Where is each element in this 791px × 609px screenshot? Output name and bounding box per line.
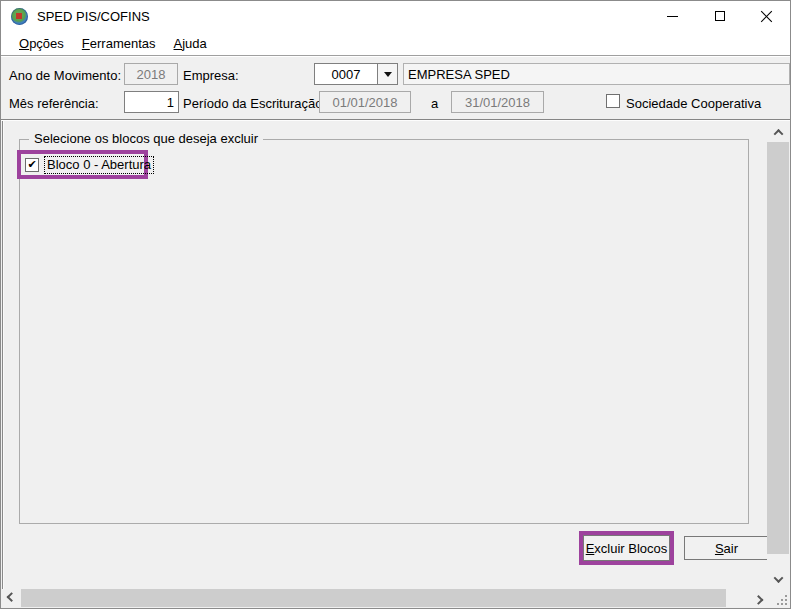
sociedade-cooperativa-label: Sociedade Cooperativa bbox=[626, 96, 761, 111]
horizontal-scrollbar[interactable] bbox=[2, 589, 767, 607]
empresa-label: Empresa: bbox=[183, 68, 239, 83]
menu-bar: Opções Ferramentas Ajuda bbox=[1, 32, 790, 55]
blocks-groupbox: Selecione os blocos que deseja excluir bbox=[19, 139, 749, 524]
scroll-right-button[interactable] bbox=[749, 589, 767, 607]
vertical-scroll-thumb[interactable] bbox=[767, 142, 789, 554]
window-controls bbox=[649, 1, 790, 32]
ano-movimento-field[interactable] bbox=[124, 63, 178, 85]
scroll-left-button[interactable] bbox=[2, 589, 20, 607]
empresa-name-field[interactable] bbox=[403, 63, 790, 85]
sair-button[interactable]: Sair bbox=[684, 536, 769, 560]
minimize-icon bbox=[667, 16, 678, 17]
combo-dropdown-button[interactable] bbox=[377, 64, 397, 84]
empresa-code-combobox[interactable] bbox=[314, 63, 398, 85]
close-icon bbox=[760, 10, 773, 23]
chevron-down-icon bbox=[773, 573, 783, 583]
menu-ferramentas-accel: F bbox=[82, 36, 90, 51]
vertical-scrollbar[interactable] bbox=[767, 123, 789, 589]
checkmark-icon: ✔ bbox=[27, 159, 36, 170]
periodo-conector-label: a bbox=[431, 96, 438, 111]
app-icon bbox=[11, 8, 28, 25]
highlight-box-excluir-button: Excluir Blocos bbox=[579, 531, 674, 565]
scroll-up-button[interactable] bbox=[767, 123, 789, 142]
excluir-label: xcluir Blocos bbox=[594, 541, 667, 556]
panel-left-edge bbox=[2, 121, 4, 589]
close-button[interactable] bbox=[743, 1, 790, 31]
chevron-down-icon bbox=[384, 72, 392, 77]
bloco-0-label: Bloco 0 - Abertura bbox=[44, 156, 154, 174]
menu-ajuda-label: juda bbox=[182, 36, 207, 51]
panel-separator bbox=[1, 119, 790, 121]
mes-referencia-field[interactable] bbox=[124, 91, 179, 113]
menu-opcoes[interactable]: Opções bbox=[10, 33, 73, 55]
maximize-button[interactable] bbox=[696, 1, 743, 31]
periodo-inicio-field[interactable] bbox=[319, 91, 411, 113]
blocks-groupbox-title: Selecione os blocos que deseja excluir bbox=[29, 131, 263, 146]
app-window: SPED PIS/COFINS Opções Ferramentas Ajuda… bbox=[0, 0, 791, 609]
chevron-up-icon bbox=[773, 129, 783, 139]
sair-accel: S bbox=[715, 541, 724, 556]
chevron-left-icon bbox=[6, 592, 16, 602]
menu-opcoes-label: pções bbox=[29, 36, 64, 51]
sociedade-cooperativa-checkbox[interactable] bbox=[606, 94, 620, 108]
title-bar: SPED PIS/COFINS bbox=[1, 1, 790, 32]
grip-dots-icon bbox=[777, 595, 779, 597]
ano-movimento-label: Ano de Movimento: bbox=[9, 68, 121, 83]
chevron-right-icon bbox=[753, 594, 763, 604]
sair-label: air bbox=[724, 541, 738, 556]
menu-ferramentas-label: erramentas bbox=[90, 36, 156, 51]
resize-grip[interactable] bbox=[767, 589, 791, 609]
horizontal-scroll-thumb[interactable] bbox=[21, 589, 726, 607]
menu-opcoes-accel: O bbox=[19, 36, 29, 51]
bloco-0-checkbox[interactable]: ✔ bbox=[25, 158, 39, 172]
menu-ferramentas[interactable]: Ferramentas bbox=[73, 33, 165, 55]
empresa-code-input[interactable] bbox=[315, 64, 377, 84]
app-icon-core bbox=[16, 13, 22, 19]
menu-ajuda-accel: A bbox=[174, 36, 183, 51]
scroll-down-button[interactable] bbox=[767, 570, 789, 589]
window-title: SPED PIS/COFINS bbox=[37, 9, 150, 24]
periodo-fim-field[interactable] bbox=[451, 91, 544, 113]
highlight-box-block-item: ✔ Bloco 0 - Abertura bbox=[17, 150, 148, 179]
menu-ajuda[interactable]: Ajuda bbox=[165, 33, 216, 55]
mes-referencia-label: Mês referência: bbox=[9, 96, 99, 111]
header-fields-panel: Ano de Movimento: Empresa: Mês referênci… bbox=[1, 57, 790, 119]
maximize-icon bbox=[715, 11, 725, 21]
periodo-escrituracao-label: Período da Escrituração: bbox=[183, 96, 326, 111]
excluir-blocos-button[interactable]: Excluir Blocos bbox=[583, 535, 670, 561]
minimize-button[interactable] bbox=[649, 1, 696, 31]
